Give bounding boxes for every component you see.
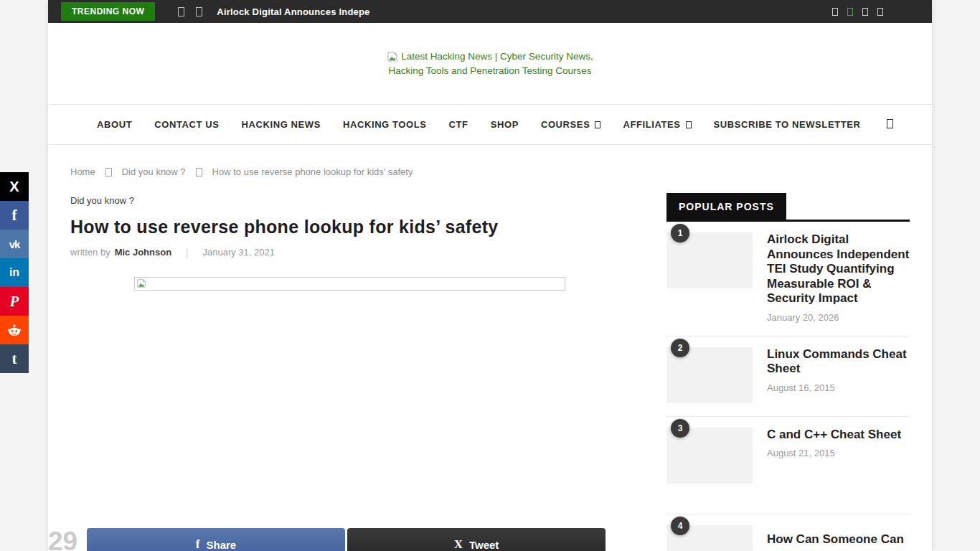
popular-post-title[interactable]: C and C++ Cheat Sheet [767, 428, 910, 443]
ticker-headline[interactable]: Airlock Digital Announces Indepe [217, 6, 369, 17]
topbar-social-icon-3[interactable] [862, 8, 868, 16]
ticker-prev-icon[interactable] [178, 7, 184, 17]
popular-posts-sidebar: POPULAR POSTS 1 Airlock Digital Announce… [666, 193, 910, 551]
facebook-icon: f [12, 207, 17, 225]
ticker-next-icon[interactable] [196, 7, 202, 17]
linkedin-share-button[interactable]: in [0, 258, 29, 287]
rank-badge: 2 [671, 339, 689, 357]
rank-badge: 3 [671, 419, 689, 438]
search-icon [887, 119, 893, 128]
trending-now-badge: TRENDING NOW [61, 2, 155, 21]
ticker-arrows [178, 7, 202, 17]
reddit-icon [6, 322, 22, 338]
vk-share-button[interactable]: vk [0, 230, 29, 258]
popular-post-item[interactable]: 1 Airlock Digital Announces Independent … [666, 222, 910, 336]
topbar-social-icon-1[interactable] [832, 8, 838, 16]
popular-post-title[interactable]: Linux Commands Cheat Sheet [767, 347, 910, 377]
nav-item-contact-us[interactable]: CONTACT US [154, 119, 219, 130]
social-share-rail: X f vk in P t [0, 172, 29, 373]
topbar-social-icon-2[interactable] [847, 8, 853, 16]
popular-post-title[interactable]: How Can Someone Can [767, 532, 910, 547]
written-by-label: written by [70, 247, 110, 258]
popular-post-date: January 20, 2026 [767, 312, 910, 323]
topbar-social-icon-4[interactable] [877, 8, 883, 16]
tumblr-share-button[interactable]: t [0, 344, 29, 373]
popular-post-date: August 16, 2015 [767, 382, 910, 393]
popular-post-item[interactable]: 2 Linux Commands Cheat Sheet August 16, … [666, 336, 910, 416]
nav-item-subscribe[interactable]: SUBSCRIBE TO NEWSLETTER [714, 119, 861, 130]
facebook-share-wide-button[interactable]: f Share [87, 528, 345, 551]
article-featured-image-broken [134, 277, 565, 291]
nav-item-hacking-news[interactable]: HACKING NEWS [241, 119, 320, 130]
popular-post-item[interactable]: 3 C and C++ Cheat Sheet August 21, 2015 [666, 416, 910, 514]
broken-image-icon [387, 51, 398, 62]
author-link[interactable]: Mic Johnson [115, 247, 171, 258]
pinterest-icon: P [10, 293, 19, 311]
twitter-x-share-button[interactable]: X [0, 172, 29, 201]
facebook-icon: f [196, 537, 200, 551]
topbar-social-icons [832, 8, 883, 16]
popular-post-item[interactable]: 4 How Can Someone Can [666, 514, 910, 551]
nav-item-shop[interactable]: SHOP [491, 119, 519, 130]
page-container: TRENDING NOW Airlock Digital Announces I… [48, 0, 932, 551]
breadcrumb-category[interactable]: Did you know ? [122, 166, 186, 177]
article-content: Home Did you know ? How to use reverse p… [48, 145, 932, 551]
byline-separator: | [186, 247, 188, 258]
site-header: Latest Hacking News | Cyber Security New… [48, 23, 932, 104]
breadcrumb-current-page: How to use reverse phone lookup for kids… [212, 166, 413, 177]
tumblr-icon: t [12, 350, 17, 368]
breadcrumb-home[interactable]: Home [70, 166, 95, 177]
post-date: January 31, 2021 [202, 247, 274, 258]
logo-alt-text-line1: Latest Hacking News | Cyber Security New… [401, 51, 593, 62]
main-nav: ABOUT CONTACT US HACKING NEWS HACKING TO… [48, 104, 932, 145]
site-logo[interactable]: Latest Hacking News | Cyber Security New… [387, 51, 593, 77]
breadcrumb: Home Did you know ? How to use reverse p… [70, 166, 932, 177]
twitter-x-icon: X [454, 537, 463, 551]
popular-post-date: August 21, 2015 [767, 448, 910, 458]
nav-item-affiliates[interactable]: AFFILIATES [623, 119, 691, 130]
pinterest-share-button[interactable]: P [0, 287, 29, 316]
nav-item-hacking-tools[interactable]: HACKING TOOLS [343, 119, 427, 130]
breadcrumb-separator-icon [105, 168, 112, 176]
nav-item-ctf[interactable]: CTF [449, 119, 468, 130]
popular-post-title[interactable]: Airlock Digital Announces Independent TE… [767, 232, 910, 306]
twitter-x-icon: X [9, 179, 19, 195]
rank-badge: 4 [671, 517, 689, 535]
tweet-wide-button[interactable]: X Tweet [347, 528, 606, 551]
popular-posts-title: POPULAR POSTS [666, 193, 786, 220]
dropdown-caret-icon [595, 121, 600, 128]
rank-badge: 1 [671, 224, 689, 242]
logo-alt-text-line2: Hacking Tools and Penetration Testing Co… [388, 65, 591, 76]
facebook-share-button[interactable]: f [0, 201, 29, 230]
share-count: 29 [48, 528, 87, 551]
reddit-share-button[interactable] [0, 316, 29, 344]
nav-item-about[interactable]: ABOUT [97, 119, 132, 130]
nav-item-courses[interactable]: COURSES [541, 119, 601, 130]
dropdown-caret-icon [686, 121, 692, 128]
broken-image-icon [136, 278, 146, 288]
trending-bar: TRENDING NOW Airlock Digital Announces I… [48, 0, 932, 23]
popular-posts-header: POPULAR POSTS [666, 193, 910, 222]
breadcrumb-separator-icon [196, 168, 202, 176]
linkedin-icon: in [9, 266, 19, 279]
vk-icon: vk [9, 238, 20, 250]
search-button[interactable] [887, 118, 893, 131]
share-row: 29 f Share X Tweet [48, 528, 606, 551]
